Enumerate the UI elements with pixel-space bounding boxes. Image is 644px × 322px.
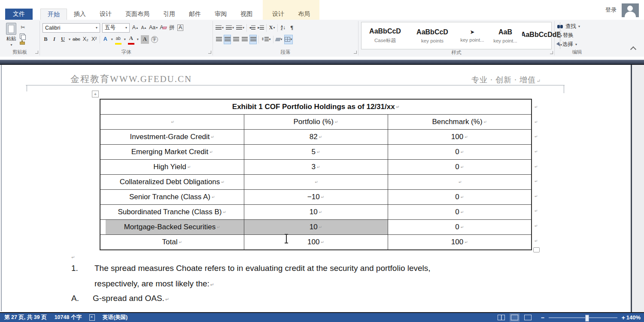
font-size-combo[interactable]: 五号 ▾ xyxy=(102,23,130,33)
italic-button[interactable]: I xyxy=(51,35,58,44)
tab-table-layout[interactable]: 布局 xyxy=(291,9,317,20)
asian-layout-button[interactable]: X▾ xyxy=(269,24,275,32)
grow-font-button[interactable]: A▴ xyxy=(132,24,138,32)
style-item[interactable]: AaBbCcD Case标题 xyxy=(361,22,409,49)
chevron-down-icon[interactable]: ▾ xyxy=(137,37,139,41)
distribute-button[interactable] xyxy=(250,35,256,44)
column-header: Benchmark (%) xyxy=(388,115,532,130)
change-case-button[interactable]: Aa▾ xyxy=(149,24,158,32)
proofing-status-icon[interactable] xyxy=(89,314,95,321)
sort-button[interactable]: AZ↓ xyxy=(280,24,286,32)
ribbon-tab-bar: 文件 开始 插入 设计 页面布局 引用 邮件 审阅 视图 设计 布局 登录 xyxy=(0,0,644,20)
word-count[interactable]: 10748 个字 xyxy=(55,314,82,321)
styles-dialog-launcher[interactable] xyxy=(550,51,553,54)
find-button[interactable]: 查找 ▾ xyxy=(557,22,597,31)
sign-in-link[interactable]: 登录 xyxy=(605,6,617,14)
chevron-down-icon[interactable]: ▾ xyxy=(69,37,70,41)
borders-grid-icon xyxy=(285,37,290,42)
character-border-button[interactable]: A xyxy=(177,24,184,32)
decrease-indent-button[interactable]: ◂ xyxy=(249,24,255,32)
numbering-button[interactable]: ▾ xyxy=(226,24,234,32)
language-indicator[interactable]: 英语(美国) xyxy=(103,314,128,321)
zoom-level[interactable]: 140% xyxy=(626,314,641,321)
tab-home[interactable]: 开始 xyxy=(40,9,67,20)
enclose-characters-button[interactable]: 字 xyxy=(151,36,158,43)
phonetic-guide-button[interactable]: 拼 xyxy=(169,24,175,32)
scrollbar-area[interactable] xyxy=(632,65,644,312)
increase-indent-button[interactable]: ▸ xyxy=(258,24,264,32)
line-spacing-button[interactable]: ⇕▾ xyxy=(261,35,271,44)
chevron-down-icon: ▾ xyxy=(578,24,580,28)
tab-table-design[interactable]: 设计 xyxy=(265,9,291,20)
read-mode-button[interactable] xyxy=(498,315,505,320)
align-center-button[interactable] xyxy=(224,35,231,44)
multilevel-list-button[interactable]: ▾ xyxy=(236,24,244,32)
clear-formatting-button[interactable]: A xyxy=(160,24,166,32)
text-effects-button[interactable]: A xyxy=(102,35,109,44)
font-name-combo[interactable]: Calibri ▾ xyxy=(43,23,100,33)
copy-icon[interactable] xyxy=(20,33,24,39)
style-item[interactable]: AaB key point... xyxy=(489,22,522,49)
font-group: Calibri ▾ 五号 ▾ A▴ A▴ Aa▾ A 拼 A B xyxy=(40,20,213,57)
table-resize-handle[interactable] xyxy=(533,247,540,252)
ribbon: 粘贴 ▾ ✂ 剪贴板 Calibri ▾ xyxy=(0,20,644,57)
subscript-button[interactable]: X₂ xyxy=(82,35,89,44)
text-highlight-button[interactable]: ab xyxy=(115,34,122,45)
select-button[interactable]: 选择 ▾ xyxy=(557,40,597,49)
chevron-down-icon[interactable]: ▾ xyxy=(124,37,126,41)
font-dialog-launcher[interactable] xyxy=(208,51,211,54)
align-left-button[interactable] xyxy=(216,35,222,44)
portfolio-holdings-table[interactable]: Exhibit 1 COF Portfolio Holdings as of 1… xyxy=(100,99,532,250)
justify-button[interactable] xyxy=(241,35,248,44)
question-number: 1. xyxy=(71,264,78,273)
chevron-down-icon: ▾ xyxy=(10,43,12,47)
tab-page-layout[interactable]: 页面布局 xyxy=(118,9,156,20)
style-item[interactable]: AaBbCcDdE xyxy=(522,22,560,49)
tab-review[interactable]: 审阅 xyxy=(208,9,234,20)
print-layout-button[interactable] xyxy=(511,315,518,320)
align-right-button[interactable] xyxy=(233,35,239,44)
strikethrough-button[interactable]: abc xyxy=(73,35,80,44)
table-move-handle[interactable]: + xyxy=(92,91,99,97)
superscript-button[interactable]: X² xyxy=(91,35,97,44)
page-header-left: 金程教育WWW.GFEDU.CN xyxy=(70,73,192,85)
shrink-font-button[interactable]: A▴ xyxy=(140,24,147,32)
shading-button[interactable]: ▾ xyxy=(276,35,283,44)
zoom-out-button[interactable]: − xyxy=(541,314,544,321)
zoom-slider-thumb[interactable] xyxy=(585,315,589,322)
show-hide-marks-button[interactable]: ¶ xyxy=(289,24,295,32)
table-row: Emerging Market Credit 5 0 xyxy=(100,145,532,160)
paragraph-dialog-launcher[interactable] xyxy=(354,51,357,54)
format-painter-icon[interactable] xyxy=(20,42,25,45)
cut-icon[interactable]: ✂ xyxy=(20,23,26,32)
web-layout-button[interactable] xyxy=(524,315,532,320)
table-row: Subordinated Tranche (Class B) 10 0 xyxy=(100,205,532,220)
tab-mailings[interactable]: 邮件 xyxy=(182,9,208,20)
zoom-slider[interactable] xyxy=(549,317,617,318)
bold-button[interactable]: B xyxy=(43,35,49,44)
page-indicator[interactable]: 第 27 页, 共 39 页 xyxy=(4,314,47,321)
bullets-button[interactable]: ▾ xyxy=(216,24,224,32)
clipboard-dialog-launcher[interactable] xyxy=(35,51,38,54)
tab-design[interactable]: 设计 xyxy=(93,9,118,20)
tab-view[interactable]: 视图 xyxy=(234,9,259,20)
tab-file[interactable]: 文件 xyxy=(5,9,33,20)
zoom-in-button[interactable]: + xyxy=(622,314,625,321)
chevron-down-icon: ▾ xyxy=(281,38,283,41)
styles-group: AaBbCcD Case标题 AaBbCcD key points ➤ key … xyxy=(358,20,554,57)
character-shading-button[interactable]: A xyxy=(141,35,149,44)
chevron-down-icon[interactable]: ▾ xyxy=(111,37,113,41)
style-item[interactable]: ➤ key point... xyxy=(456,22,489,49)
user-avatar-icon[interactable] xyxy=(622,3,639,17)
paste-button[interactable]: 粘贴 ▾ xyxy=(3,22,20,49)
underline-button[interactable]: U xyxy=(60,35,66,44)
editing-group: 查找 ▾ abac 替换 选择 ▾ 编辑 xyxy=(555,20,599,57)
tab-references[interactable]: 引用 xyxy=(156,9,182,20)
collapse-ribbon-button[interactable] xyxy=(630,46,636,52)
font-color-button[interactable]: A xyxy=(128,34,134,45)
chevron-down-icon: ▾ xyxy=(575,43,577,46)
style-item[interactable]: AaBbCcD key points xyxy=(409,22,456,49)
borders-button[interactable]: ▾ xyxy=(285,35,292,44)
tab-insert[interactable]: 插入 xyxy=(67,9,93,20)
replace-button[interactable]: abac 替换 xyxy=(557,31,597,40)
